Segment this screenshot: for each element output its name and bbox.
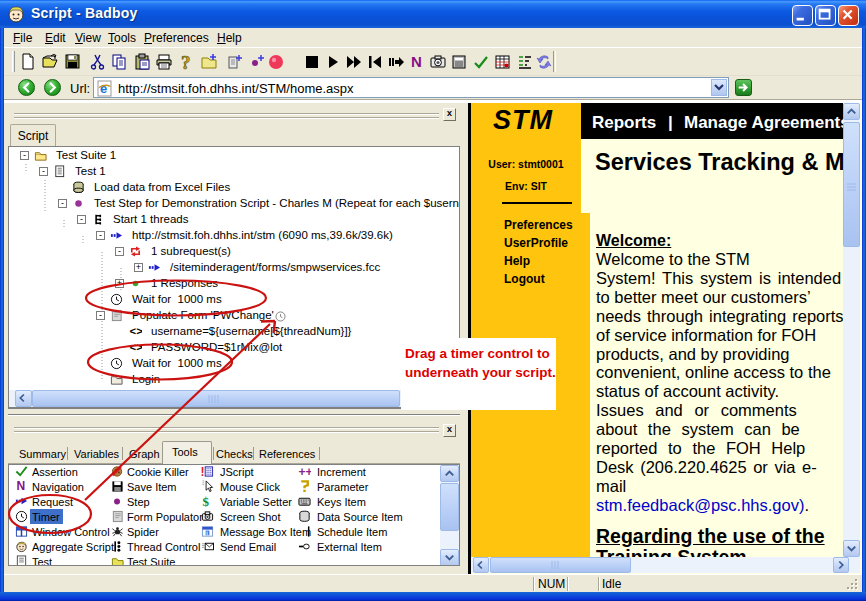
svg-text:<>: <>	[129, 326, 142, 338]
svg-text:e: e	[100, 81, 107, 96]
svg-text:?: ?	[181, 53, 191, 71]
svg-text:++: ++	[298, 465, 311, 478]
svg-text:<>: <>	[129, 342, 142, 354]
svg-text:N: N	[411, 53, 422, 70]
